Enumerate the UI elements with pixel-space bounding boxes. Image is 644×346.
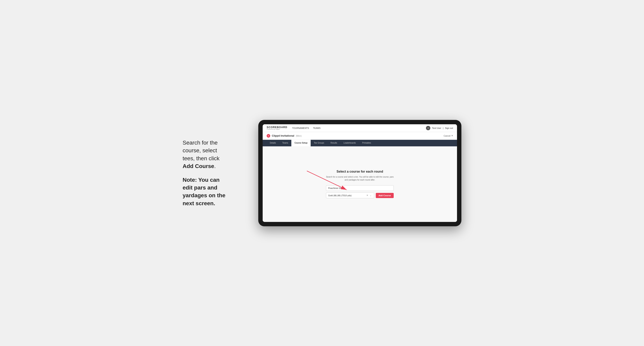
navbar-right: U Test User | Sign out [426,126,453,130]
tab-nav: Details Teams Course Setup Tee Groups Re… [263,140,457,146]
tournament-icon: C [267,134,270,138]
tournament-gender: (Men) [296,135,302,137]
note-line1: Note: You can [182,177,220,183]
note-line3: yardages on the [182,192,226,198]
tab-teams[interactable]: Teams [279,140,291,146]
tab-tee-groups[interactable]: Tee Groups [311,140,328,146]
nav-links: TOURNAMENTS TEAMS [292,127,320,129]
course-card: Select a course for each round Search fo… [326,170,394,198]
tournament-name: Clippd Invitational [272,134,294,137]
navbar: SCOREBOARD Powered by clippd TOURNAMENTS… [263,124,457,132]
cancel-button[interactable]: Cancel ✕ [444,134,453,137]
instruction-punctuation: . [214,163,216,169]
instruction-text: Search for thecourse, selecttees, then c… [182,139,246,170]
tab-results[interactable]: Results [328,140,340,146]
note-line4: next screen. [182,200,215,206]
nav-teams[interactable]: TEAMS [313,127,320,129]
nav-tournaments[interactable]: TOURNAMENTS [292,127,309,129]
cancel-label: Cancel [444,135,450,137]
tee-select[interactable]: Gold (M) (M) (7010 yds) ✕ ⌄ [326,192,374,198]
note-text: Note: You can edit pars and yardages on … [182,176,246,207]
course-card-desc: Search for a course and select a tee. Yo… [326,175,394,181]
tablet-frame: SCOREBOARD Powered by clippd TOURNAMENTS… [258,120,462,226]
course-search-input[interactable] [326,185,394,191]
tournament-header: C Clippd Invitational (Men) Cancel ✕ [263,132,457,140]
instruction-bold: Add Course [182,163,214,169]
user-name: Test User [432,127,441,129]
tee-select-controls: ✕ ⌄ [366,194,372,197]
note-line2: edit pars and [182,184,217,191]
add-course-button[interactable]: Add Course [376,193,394,198]
nav-separator: | [443,127,444,129]
logo-subtitle: Powered by clippd [267,129,287,130]
tee-clear-btn[interactable]: ✕ [366,194,368,197]
tab-leaderboards[interactable]: Leaderboards [340,140,359,146]
logo: SCOREBOARD Powered by clippd [267,126,287,130]
tab-course-setup[interactable]: Course Setup [291,140,311,146]
main-content: Select a course for each round Search fo… [263,146,457,222]
instructions-panel: Search for thecourse, selecttees, then c… [182,139,246,207]
tab-details[interactable]: Details [267,140,279,146]
navbar-left: SCOREBOARD Powered by clippd TOURNAMENTS… [267,126,320,130]
course-card-title: Select a course for each round [326,170,394,173]
tab-printables[interactable]: Printables [359,140,374,146]
tee-dropdown-btn[interactable]: ⌄ [370,194,372,197]
tablet-screen: SCOREBOARD Powered by clippd TOURNAMENTS… [263,124,457,222]
user-avatar: U [426,126,430,130]
tee-value: Gold (M) (M) (7010 yds) [328,194,352,197]
tournament-title-area: C Clippd Invitational (Men) [267,134,302,138]
tee-select-row: Gold (M) (M) (7010 yds) ✕ ⌄ Add Course [326,192,394,198]
sign-out-link[interactable]: Sign out [445,127,453,129]
cancel-icon: ✕ [451,134,453,137]
